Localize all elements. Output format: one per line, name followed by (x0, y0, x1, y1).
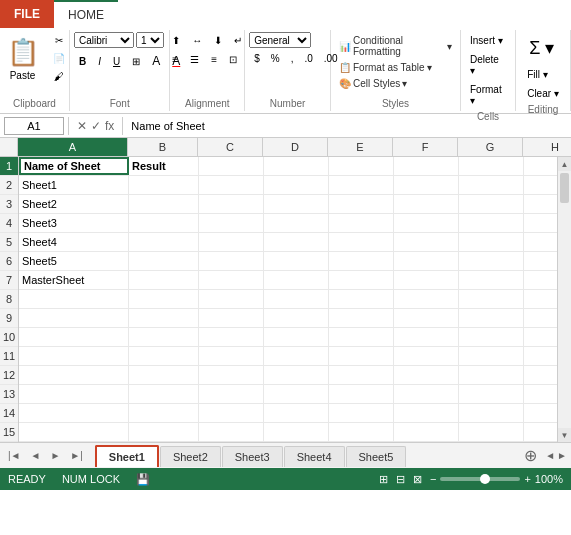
cell-e13[interactable] (329, 385, 394, 403)
align-bottom-button[interactable]: ⬇ (209, 32, 227, 49)
cell-f3[interactable] (394, 195, 459, 213)
cell-f7[interactable] (394, 271, 459, 289)
cell-b8[interactable] (129, 290, 199, 308)
cell-f13[interactable] (394, 385, 459, 403)
align-center-button[interactable]: ☰ (185, 51, 204, 68)
zoom-thumb[interactable] (480, 474, 490, 484)
scroll-up-btn[interactable]: ▲ (558, 157, 571, 171)
cell-b4[interactable] (129, 214, 199, 232)
cell-g2[interactable] (459, 176, 524, 194)
cell-g7[interactable] (459, 271, 524, 289)
cell-f5[interactable] (394, 233, 459, 251)
cell-c5[interactable] (199, 233, 264, 251)
cell-d1[interactable] (264, 157, 329, 175)
row-num-7[interactable]: 7 (0, 271, 18, 290)
cut-button[interactable]: ✂ (48, 32, 70, 49)
cell-h13[interactable] (524, 385, 557, 403)
cell-a8[interactable] (19, 290, 129, 308)
cell-f8[interactable] (394, 290, 459, 308)
cell-h9[interactable] (524, 309, 557, 327)
cell-c10[interactable] (199, 328, 264, 346)
cell-styles-button[interactable]: 🎨 Cell Styles ▾ (337, 77, 409, 90)
cell-a9[interactable] (19, 309, 129, 327)
row-num-4[interactable]: 4 (0, 214, 18, 233)
cancel-formula-icon[interactable]: ✕ (77, 119, 87, 133)
view-normal-icon[interactable]: ⊞ (379, 473, 388, 486)
cell-c1[interactable] (199, 157, 264, 175)
autosum-button[interactable]: Σ ▾ (522, 32, 561, 64)
cell-a15[interactable] (19, 423, 129, 441)
col-header-b[interactable]: B (128, 138, 198, 156)
cell-h7[interactable] (524, 271, 557, 289)
save-icon[interactable]: 💾 (136, 473, 150, 486)
sheet-tab-sheet4[interactable]: Sheet4 (284, 446, 345, 467)
cell-h12[interactable] (524, 366, 557, 384)
cell-f6[interactable] (394, 252, 459, 270)
cell-d13[interactable] (264, 385, 329, 403)
cell-g10[interactable] (459, 328, 524, 346)
cell-a5[interactable]: Sheet4 (19, 233, 129, 251)
cell-a2[interactable]: Sheet1 (19, 176, 129, 194)
sheet-scroll-right[interactable]: ► (557, 450, 567, 461)
clear-button[interactable]: Clear ▾ (522, 85, 564, 102)
cell-a10[interactable] (19, 328, 129, 346)
cell-g8[interactable] (459, 290, 524, 308)
col-header-h[interactable]: H (523, 138, 571, 156)
sheet-nav-next[interactable]: ► (46, 448, 64, 463)
format-cells-button[interactable]: Format ▾ (465, 81, 511, 109)
tab-review[interactable]: REVIEW (438, 0, 509, 28)
cell-g5[interactable] (459, 233, 524, 251)
merge-button[interactable]: ⊡ (224, 51, 242, 68)
cell-a4[interactable]: Sheet3 (19, 214, 129, 232)
cell-h15[interactable] (524, 423, 557, 441)
cell-f12[interactable] (394, 366, 459, 384)
cell-c4[interactable] (199, 214, 264, 232)
scroll-down-btn[interactable]: ▼ (558, 428, 571, 442)
fill-button[interactable]: Fill ▾ (522, 66, 553, 83)
format-painter-button[interactable]: 🖌 (48, 68, 70, 85)
cell-c7[interactable] (199, 271, 264, 289)
cell-e8[interactable] (329, 290, 394, 308)
cell-b6[interactable] (129, 252, 199, 270)
col-header-g[interactable]: G (458, 138, 523, 156)
sheet-scroll-left[interactable]: ◄ (545, 450, 555, 461)
font-family-select[interactable]: Calibri (74, 32, 134, 48)
cell-d8[interactable] (264, 290, 329, 308)
sheet-tab-sheet1[interactable]: Sheet1 (95, 445, 159, 467)
cell-b11[interactable] (129, 347, 199, 365)
col-header-e[interactable]: E (328, 138, 393, 156)
align-left-button[interactable]: ≡ (167, 51, 183, 68)
percent-button[interactable]: % (266, 50, 285, 67)
cell-g13[interactable] (459, 385, 524, 403)
cell-a11[interactable] (19, 347, 129, 365)
cell-f2[interactable] (394, 176, 459, 194)
comma-button[interactable]: , (286, 50, 299, 67)
zoom-in-icon[interactable]: + (524, 473, 530, 485)
cell-d6[interactable] (264, 252, 329, 270)
increase-decimal-button[interactable]: .0 (299, 50, 317, 67)
cell-e11[interactable] (329, 347, 394, 365)
cell-a1[interactable]: Name of Sheet (19, 157, 129, 175)
cell-h10[interactable] (524, 328, 557, 346)
row-num-5[interactable]: 5 (0, 233, 18, 252)
cell-c13[interactable] (199, 385, 264, 403)
view-page-break-icon[interactable]: ⊠ (413, 473, 422, 486)
tab-home[interactable]: HOME (54, 0, 118, 28)
cell-d14[interactable] (264, 404, 329, 422)
conditional-formatting-button[interactable]: 📊 Conditional Formatting ▾ (337, 34, 454, 58)
cell-b15[interactable] (129, 423, 199, 441)
row-num-6[interactable]: 6 (0, 252, 18, 271)
row-num-10[interactable]: 10 (0, 328, 18, 347)
cell-h2[interactable] (524, 176, 557, 194)
sheet-nav-first[interactable]: |◄ (4, 448, 25, 463)
col-header-c[interactable]: C (198, 138, 263, 156)
cell-h4[interactable] (524, 214, 557, 232)
cell-c6[interactable] (199, 252, 264, 270)
tab-insert[interactable]: INSERT (118, 0, 186, 28)
zoom-out-icon[interactable]: − (430, 473, 436, 485)
cell-g6[interactable] (459, 252, 524, 270)
sheet-tab-sheet2[interactable]: Sheet2 (160, 446, 221, 467)
cell-d3[interactable] (264, 195, 329, 213)
cell-c9[interactable] (199, 309, 264, 327)
tab-file[interactable]: FILE (0, 0, 54, 28)
